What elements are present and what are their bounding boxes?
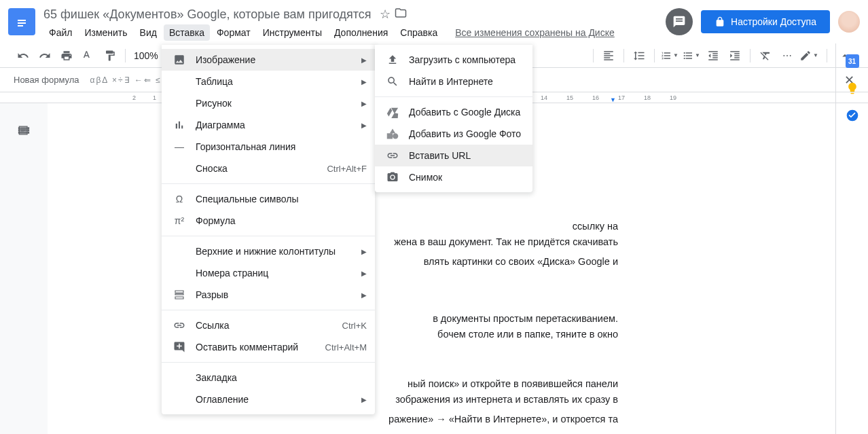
svg-rect-4 bbox=[20, 128, 25, 129]
menu-addons[interactable]: Дополнения bbox=[329, 24, 393, 41]
chevron-right-icon: ▶ bbox=[361, 78, 367, 86]
menu-edit[interactable]: Изменить bbox=[79, 24, 132, 41]
omega-icon: Ω bbox=[173, 192, 186, 206]
avatar[interactable] bbox=[838, 11, 860, 33]
photos-icon bbox=[386, 127, 399, 141]
outline-icon[interactable] bbox=[17, 124, 31, 434]
chevron-right-icon: ▶ bbox=[361, 248, 367, 255]
link-icon bbox=[173, 319, 186, 332]
editing-mode-icon[interactable]: ▼ bbox=[799, 46, 818, 65]
dd-break[interactable]: Разрыв ▶ bbox=[162, 284, 375, 306]
spellcheck-icon[interactable] bbox=[79, 46, 98, 65]
chevron-right-icon: ▶ bbox=[361, 100, 367, 107]
upload-icon bbox=[386, 53, 399, 67]
docs-logo-icon[interactable] bbox=[8, 8, 35, 35]
svg-rect-2 bbox=[18, 25, 23, 26]
dd-bookmark[interactable]: Закладка bbox=[162, 367, 375, 388]
sub-photos[interactable]: Добавить из Google Фото bbox=[375, 123, 532, 145]
formula-label: Новая формула bbox=[14, 75, 79, 85]
dd-table[interactable]: Таблица ▶ bbox=[162, 71, 375, 92]
dd-equation[interactable]: π² Формула bbox=[162, 210, 375, 232]
doc-title[interactable]: 65 фишек «Документов» Google, которые ва… bbox=[43, 7, 372, 22]
drive-icon bbox=[386, 105, 399, 119]
title-area: 65 фишек «Документов» Google, которые ва… bbox=[43, 5, 666, 41]
format-paint-icon[interactable] bbox=[101, 46, 120, 65]
decrease-indent-icon[interactable] bbox=[704, 46, 723, 65]
svg-rect-1 bbox=[18, 22, 26, 24]
dd-hline[interactable]: — Горизонтальная линия bbox=[162, 136, 375, 158]
share-button[interactable]: Настройки Доступа bbox=[701, 10, 830, 33]
clear-format-icon[interactable] bbox=[756, 46, 775, 65]
sub-upload[interactable]: Загрузить с компьютера bbox=[375, 49, 532, 71]
chevron-right-icon: ▶ bbox=[361, 291, 367, 299]
tasks-icon[interactable] bbox=[846, 109, 859, 122]
star-icon[interactable]: ☆ bbox=[380, 7, 391, 22]
chevron-right-icon: ▶ bbox=[361, 122, 367, 129]
break-icon bbox=[173, 288, 186, 302]
menu-bar: Файл Изменить Вид Вставка Формат Инструм… bbox=[43, 24, 666, 41]
bullet-list-icon[interactable]: ▼ bbox=[682, 46, 701, 65]
svg-rect-0 bbox=[18, 20, 26, 21]
line-spacing-icon[interactable] bbox=[630, 46, 649, 65]
header: 65 фишек «Документов» Google, которые ва… bbox=[0, 0, 868, 43]
hline-icon: — bbox=[173, 140, 186, 153]
dd-link[interactable]: Ссылка Ctrl+K bbox=[162, 314, 375, 336]
image-submenu: Загрузить с компьютера Найти в Интернете… bbox=[375, 45, 532, 192]
dd-pagenums[interactable]: Номера страниц ▶ bbox=[162, 262, 375, 284]
chevron-right-icon: ▶ bbox=[361, 270, 367, 277]
dd-toc[interactable]: Оглавление ▶ bbox=[162, 388, 375, 410]
numbered-list-icon[interactable]: ▼ bbox=[660, 46, 679, 65]
link-icon bbox=[386, 149, 399, 162]
menu-help[interactable]: Справка bbox=[395, 24, 443, 41]
svg-point-8 bbox=[391, 176, 395, 179]
chevron-right-icon: ▶ bbox=[361, 56, 367, 64]
move-icon[interactable] bbox=[395, 7, 407, 22]
dd-headers[interactable]: Верхние и нижние колонтитулы ▶ bbox=[162, 240, 375, 262]
sub-web[interactable]: Найти в Интернете bbox=[375, 71, 532, 92]
menu-insert[interactable]: Вставка bbox=[164, 24, 210, 41]
menu-file[interactable]: Файл bbox=[43, 24, 77, 41]
svg-rect-5 bbox=[20, 130, 25, 130]
undo-icon[interactable] bbox=[14, 46, 33, 65]
menu-format[interactable]: Формат bbox=[211, 24, 256, 41]
camera-icon bbox=[386, 170, 399, 184]
dd-image[interactable]: Изображение ▶ bbox=[162, 49, 375, 71]
save-status[interactable]: Все изменения сохранены на Диске bbox=[455, 27, 615, 38]
comment-icon bbox=[173, 340, 186, 354]
align-icon[interactable] bbox=[599, 46, 618, 65]
header-right: Настройки Доступа bbox=[666, 8, 860, 35]
dd-drawing[interactable]: Рисунок ▶ bbox=[162, 92, 375, 114]
sub-camera[interactable]: Снимок bbox=[375, 166, 532, 188]
dd-comment[interactable]: Оставить комментарий Ctrl+Alt+M bbox=[162, 336, 375, 358]
comments-button[interactable] bbox=[666, 8, 693, 35]
dd-special[interactable]: Ω Специальные символы bbox=[162, 188, 375, 210]
dd-chart[interactable]: Диаграмма ▶ bbox=[162, 114, 375, 136]
redo-icon[interactable] bbox=[35, 46, 54, 65]
chart-icon bbox=[173, 118, 186, 132]
print-icon[interactable] bbox=[57, 46, 76, 65]
image-icon bbox=[173, 53, 186, 67]
insert-dropdown: Изображение ▶ Таблица ▶ Рисунок ▶ Диагра… bbox=[162, 45, 375, 414]
menu-view[interactable]: Вид bbox=[134, 24, 162, 41]
doc-title-row: 65 фишек «Документов» Google, которые ва… bbox=[43, 5, 666, 24]
share-label: Настройки Доступа bbox=[731, 16, 816, 27]
sub-drive[interactable]: Добавить с Google Диска bbox=[375, 101, 532, 123]
pi-icon: π² bbox=[173, 214, 186, 228]
increase-indent-icon[interactable] bbox=[725, 46, 744, 65]
more-icon[interactable]: ⋯ bbox=[778, 46, 797, 65]
chevron-right-icon: ▶ bbox=[361, 396, 367, 403]
search-icon bbox=[386, 75, 399, 88]
dd-footnote[interactable]: Сноска Ctrl+Alt+F bbox=[162, 158, 375, 179]
sub-url[interactable]: Вставить URL bbox=[375, 145, 532, 166]
menu-tools[interactable]: Инструменты bbox=[257, 24, 327, 41]
keep-icon[interactable] bbox=[846, 82, 859, 95]
svg-rect-6 bbox=[20, 132, 23, 132]
right-sidebar: 31 bbox=[835, 43, 868, 434]
calendar-icon[interactable]: 31 bbox=[846, 54, 859, 68]
formula-symbols[interactable]: αβΔ ×÷∃ ←⇐ ≤≠ bbox=[90, 75, 168, 85]
outline-sidebar bbox=[0, 103, 48, 434]
